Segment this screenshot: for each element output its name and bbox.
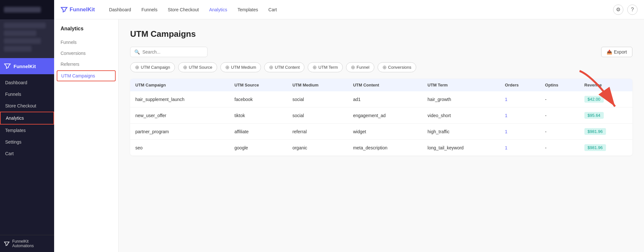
- export-button[interactable]: 📤 Export: [601, 47, 632, 57]
- utm-table: UTM Campaign UTM Source UTM Medium UTM C…: [130, 79, 632, 156]
- table-row: partner_program affiliate referral widge…: [130, 124, 632, 140]
- plus-icon-5: ⊕: [351, 64, 355, 70]
- search-input[interactable]: [142, 49, 203, 55]
- sub-nav-conversions[interactable]: Conversions: [54, 48, 118, 59]
- search-export-row: 🔍 📤 Export: [130, 47, 632, 57]
- col-utm-medium: UTM Medium: [287, 79, 348, 91]
- cell-utm-medium-3: organic: [287, 140, 348, 156]
- cell-utm-source-2: affiliate: [229, 124, 287, 140]
- cell-utm-source-1: tiktok: [229, 107, 287, 124]
- filter-row: ⊕ UTM Campaign ⊕ UTM Source ⊕ UTM Medium…: [130, 62, 632, 72]
- sidebar-nav: Dashboard Funnels Store Checkout Analyti…: [0, 74, 54, 235]
- sidebar: FunnelKit Dashboard Funnels Store Checko…: [0, 0, 54, 252]
- brand-label: FunnelKit: [14, 64, 36, 69]
- table-row: new_user_offer tiktok social engagement_…: [130, 107, 632, 124]
- filter-chip-funnel[interactable]: ⊕ Funnel: [346, 62, 374, 72]
- table-header-row: UTM Campaign UTM Source UTM Medium UTM C…: [130, 79, 632, 91]
- sidebar-item-cart[interactable]: Cart: [0, 148, 54, 159]
- sidebar-brand[interactable]: FunnelKit: [0, 58, 54, 74]
- cell-utm-campaign-3: seo: [130, 140, 229, 156]
- footer-label: FunnelKit Automations: [12, 239, 34, 248]
- cell-orders-3[interactable]: 1: [500, 140, 540, 156]
- cell-utm-source-3: google: [229, 140, 287, 156]
- topnav-templates[interactable]: Templates: [233, 5, 263, 15]
- sidebar-item-templates[interactable]: Templates: [0, 125, 54, 136]
- cell-utm-content-1: engagement_ad: [348, 107, 422, 124]
- help-icon: ?: [631, 7, 634, 13]
- sidebar-item-dashboard[interactable]: Dashboard: [0, 77, 54, 88]
- filter-chip-utm-term[interactable]: ⊕ UTM Term: [308, 62, 342, 72]
- filter-chip-utm-source[interactable]: ⊕ UTM Source: [178, 62, 217, 72]
- sidebar-blurred-section: [0, 19, 54, 58]
- sub-nav-referrers[interactable]: Referrers: [54, 59, 118, 70]
- topnav-logo-label: FunnelKit: [70, 6, 95, 13]
- topnav-funnels[interactable]: Funnels: [137, 5, 162, 15]
- plus-icon-3: ⊕: [269, 64, 273, 70]
- col-utm-campaign: UTM Campaign: [130, 79, 229, 91]
- plus-icon-2: ⊕: [225, 64, 229, 70]
- col-revenue: Revenue: [579, 79, 632, 91]
- sidebar-item-funnels[interactable]: Funnels: [0, 88, 54, 100]
- main-content: UTM Campaigns 🔍 📤 Export ⊕ UTM Campaign: [119, 19, 644, 252]
- plus-icon-6: ⊕: [382, 64, 387, 70]
- cell-utm-medium-0: social: [287, 91, 348, 107]
- plus-icon-1: ⊕: [183, 64, 187, 70]
- cell-orders-0[interactable]: 1: [500, 91, 540, 107]
- sidebar-footer[interactable]: FunnelKit Automations: [0, 235, 54, 252]
- cell-revenue-2: $981.96: [579, 124, 632, 140]
- filter-chip-utm-content[interactable]: ⊕ UTM Content: [264, 62, 304, 72]
- cell-revenue-1: $95.64: [579, 107, 632, 124]
- sub-sidebar: Analytics Funnels Conversions Referrers …: [54, 19, 119, 252]
- topnav-store-checkout[interactable]: Store Checkout: [163, 5, 204, 15]
- page-title: UTM Campaigns: [130, 29, 632, 39]
- filter-chip-utm-campaign[interactable]: ⊕ UTM Campaign: [130, 62, 175, 72]
- topnav-logo-icon: [61, 7, 68, 13]
- filter-chip-conversions[interactable]: ⊕ Conversions: [378, 62, 416, 72]
- plus-icon-4: ⊕: [312, 64, 317, 70]
- sidebar-item-settings[interactable]: Settings: [0, 136, 54, 148]
- cell-utm-medium-2: referral: [287, 124, 348, 140]
- filter-chip-utm-medium[interactable]: ⊕ UTM Medium: [220, 62, 261, 72]
- top-nav: FunnelKit Dashboard Funnels Store Checko…: [54, 0, 644, 19]
- table-row: hair_supplement_launch facebook social a…: [130, 91, 632, 107]
- footer-funnelkit-icon: [4, 241, 10, 246]
- cell-optins-1: -: [540, 107, 579, 124]
- search-box[interactable]: 🔍: [130, 47, 207, 57]
- table-row: seo google organic meta_description long…: [130, 140, 632, 156]
- cell-orders-2[interactable]: 1: [500, 124, 540, 140]
- cell-utm-content-0: ad1: [348, 91, 422, 107]
- cell-utm-term-2: high_traffic: [422, 124, 500, 140]
- sub-nav-funnels[interactable]: Funnels: [54, 37, 118, 48]
- topnav-cart[interactable]: Cart: [264, 5, 281, 15]
- sub-sidebar-title: Analytics: [54, 26, 118, 37]
- col-optins: Optins: [540, 79, 579, 91]
- cell-utm-campaign-2: partner_program: [130, 124, 229, 140]
- topnav-dashboard[interactable]: Dashboard: [104, 5, 136, 15]
- help-icon-btn[interactable]: ?: [627, 5, 638, 15]
- cell-revenue-0: $42.00: [579, 91, 632, 107]
- gear-icon: ⚙: [616, 6, 620, 13]
- topnav-logo[interactable]: FunnelKit: [61, 6, 95, 13]
- sidebar-item-analytics[interactable]: Analytics: [0, 112, 54, 125]
- cell-orders-1[interactable]: 1: [500, 107, 540, 124]
- col-utm-term: UTM Term: [422, 79, 500, 91]
- plus-icon-0: ⊕: [135, 64, 139, 70]
- topnav-links: Dashboard Funnels Store Checkout Analyti…: [104, 5, 613, 15]
- cell-revenue-3: $981.96: [579, 140, 632, 156]
- funnelkit-brand-icon: [4, 63, 11, 69]
- cell-optins-2: -: [540, 124, 579, 140]
- cell-utm-campaign-0: hair_supplement_launch: [130, 91, 229, 107]
- cell-utm-content-2: widget: [348, 124, 422, 140]
- col-utm-content: UTM Content: [348, 79, 422, 91]
- cell-optins-3: -: [540, 140, 579, 156]
- col-utm-source: UTM Source: [229, 79, 287, 91]
- search-icon: 🔍: [134, 49, 140, 55]
- col-orders: Orders: [500, 79, 540, 91]
- cell-utm-source-0: facebook: [229, 91, 287, 107]
- sub-nav-utm-campaigns[interactable]: UTM Campaigns: [57, 70, 116, 81]
- settings-icon-btn[interactable]: ⚙: [613, 5, 623, 15]
- sidebar-item-store-checkout[interactable]: Store Checkout: [0, 100, 54, 112]
- topnav-analytics[interactable]: Analytics: [205, 5, 232, 15]
- sidebar-top-blur: [0, 0, 54, 19]
- cell-utm-medium-1: social: [287, 107, 348, 124]
